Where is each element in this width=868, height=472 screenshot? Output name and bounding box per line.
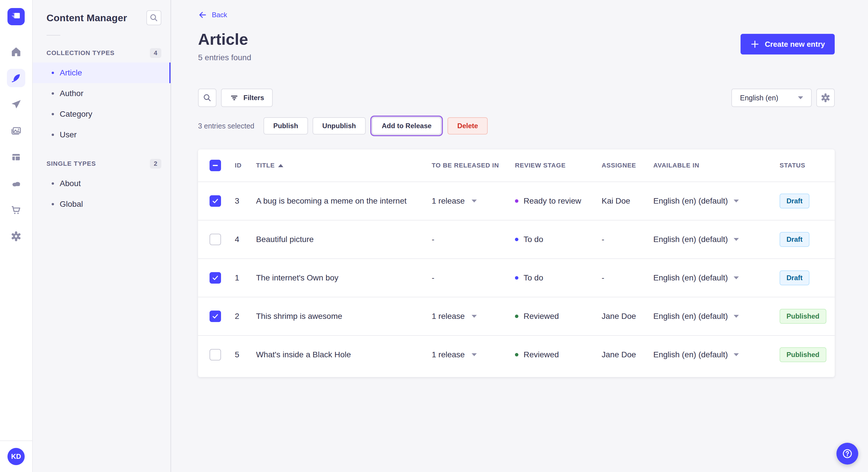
sidebar-item-article[interactable]: Article	[33, 63, 170, 83]
column-header-title[interactable]: TITLE	[256, 162, 428, 169]
subnav-search-button[interactable]	[146, 10, 161, 25]
single-types-section: SINGLE TYPES 2	[33, 154, 170, 173]
release-value: 1 release	[432, 196, 465, 206]
status-badge: Draft	[780, 232, 809, 247]
collection-types-section: COLLECTION TYPES 4	[33, 43, 170, 63]
strapi-logo-glyph	[7, 8, 25, 25]
stage-label: To do	[524, 273, 544, 282]
create-new-entry-button[interactable]: Create new entry	[741, 34, 835, 55]
column-header-to-be-released-in: TO BE RELEASED IN	[428, 162, 512, 169]
table-search-button[interactable]	[198, 89, 216, 107]
view-settings-button[interactable]	[816, 89, 835, 107]
sidebar-item-category[interactable]: Category	[33, 104, 170, 125]
row-checkbox[interactable]	[210, 195, 221, 207]
sidebar-item-global[interactable]: Global	[33, 194, 170, 214]
locale-label: English (en) (default)	[653, 196, 728, 206]
row-checkbox[interactable]	[210, 234, 221, 245]
cell-release[interactable]: 1 release	[428, 312, 512, 321]
cell-title: A bug is becoming a meme on the internet	[256, 196, 428, 206]
back-label: Back	[212, 11, 227, 19]
column-header-available-in: AVAILABLE IN	[650, 162, 776, 169]
back-link[interactable]: Back	[198, 10, 227, 20]
cell-release[interactable]: 1 release	[428, 196, 512, 206]
help-button[interactable]	[836, 443, 858, 465]
row-checkbox[interactable]	[210, 349, 221, 361]
chevron-down-icon	[734, 200, 739, 202]
add-to-release-button[interactable]: Add to Release	[372, 117, 441, 134]
marketplace-cart-icon[interactable]	[7, 201, 25, 219]
user-avatar[interactable]: KD	[7, 448, 25, 465]
media-library-icon[interactable]	[7, 122, 25, 140]
select-all-checkbox[interactable]	[210, 160, 221, 171]
home-icon[interactable]	[7, 42, 25, 61]
locale-value: English (en)	[740, 94, 778, 102]
question-mark-icon	[842, 448, 853, 460]
column-header-review-stage: REVIEW STAGE	[512, 162, 598, 169]
cell-available-in[interactable]: English (en) (default)	[650, 312, 776, 321]
gear-icon	[820, 93, 831, 103]
chevron-down-icon	[472, 353, 477, 356]
sidebar-item-label: Article	[60, 68, 82, 77]
locale-label: English (en) (default)	[653, 312, 728, 321]
subnav-divider	[46, 35, 60, 36]
stage-label: Reviewed	[524, 350, 559, 359]
indeterminate-minus-icon	[212, 162, 219, 169]
table-row[interactable]: 5 What's inside a Black Hole 1 release R…	[198, 335, 835, 374]
cell-status: Draft	[776, 232, 835, 247]
selection-count-text: 3 entries selected	[198, 122, 254, 130]
status-badge: Published	[780, 309, 826, 324]
stage-dot-icon	[515, 199, 518, 203]
sidebar-item-label: Author	[60, 89, 84, 98]
rail-nav	[7, 42, 25, 245]
locale-label: English (en) (default)	[653, 273, 728, 282]
cell-available-in[interactable]: English (en) (default)	[650, 350, 776, 359]
cell-release[interactable]: 1 release	[428, 350, 512, 359]
filters-button[interactable]: Filters	[221, 89, 273, 107]
table-row[interactable]: 4 Beautiful picture - To do - English (e…	[198, 220, 835, 258]
chevron-down-icon	[734, 353, 739, 356]
bulk-actions-bar: 3 entries selected Publish Unpublish Add…	[198, 117, 835, 134]
row-checkbox[interactable]	[210, 310, 221, 322]
sidebar-item-author[interactable]: Author	[33, 83, 170, 104]
settings-gear-icon[interactable]	[7, 227, 25, 245]
strapi-admin-app: KD Content Manager COLLECTION TYPES 4 Ar…	[0, 0, 868, 472]
single-types-count-badge: 2	[150, 159, 161, 169]
sidebar-item-user[interactable]: User	[33, 125, 170, 145]
sidebar-item-label: About	[60, 179, 81, 188]
publish-button[interactable]: Publish	[264, 117, 308, 134]
search-icon	[203, 93, 212, 102]
page-title: Article	[198, 30, 835, 48]
table-row[interactable]: 2 This shrimp is awesome 1 release Revie…	[198, 297, 835, 335]
cell-assignee: Jane Doe	[598, 350, 650, 359]
delete-button[interactable]: Delete	[447, 117, 488, 134]
filter-icon	[229, 93, 239, 102]
cloud-icon[interactable]	[7, 174, 25, 193]
locale-label: English (en) (default)	[653, 235, 728, 244]
unpublish-button[interactable]: Unpublish	[313, 117, 366, 134]
cell-available-in[interactable]: English (en) (default)	[650, 196, 776, 206]
entries-count-text: 5 entries found	[198, 53, 835, 62]
cell-available-in[interactable]: English (en) (default)	[650, 273, 776, 282]
create-button-label: Create new entry	[765, 40, 825, 49]
release-value: -	[432, 235, 434, 244]
releases-icon[interactable]	[7, 95, 25, 113]
bullet-icon	[52, 134, 54, 136]
cell-id: 4	[230, 235, 256, 244]
row-checkbox[interactable]	[210, 272, 221, 283]
content-manager-icon[interactable]	[7, 69, 25, 87]
cell-id: 3	[230, 196, 256, 206]
strapi-logo[interactable]	[7, 8, 25, 25]
locale-select[interactable]: English (en)	[732, 89, 812, 107]
sidebar-item-about[interactable]: About	[33, 173, 170, 194]
stage-dot-icon	[515, 314, 518, 318]
list-toolbar: Filters English (en)	[198, 89, 835, 107]
cell-status: Published	[776, 347, 835, 363]
table-row[interactable]: 1 The internet's Own boy - To do - Engli…	[198, 258, 835, 297]
content-manager-subnav: Content Manager COLLECTION TYPES 4 Artic…	[33, 0, 171, 472]
table-header-row: ID TITLE TO BE RELEASED IN REVIEW STAGE …	[198, 149, 835, 181]
cell-available-in[interactable]: English (en) (default)	[650, 235, 776, 244]
cell-id: 2	[230, 312, 256, 321]
cell-review-stage: Reviewed	[512, 350, 598, 359]
content-type-builder-icon[interactable]	[7, 148, 25, 166]
table-row[interactable]: 3 A bug is becoming a meme on the intern…	[198, 181, 835, 220]
